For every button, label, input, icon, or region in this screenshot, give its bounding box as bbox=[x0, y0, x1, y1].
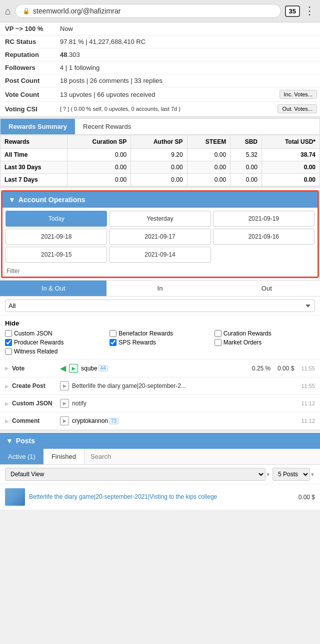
rewards-7-author: 0.00 bbox=[131, 174, 187, 186]
date-sep16-button[interactable]: 2021-09-16 bbox=[213, 229, 314, 245]
rewards-all-time-author: 9.20 bbox=[131, 149, 187, 161]
date-sep14-button[interactable]: 2021-09-14 bbox=[109, 247, 210, 263]
rewards-30-curation: 0.00 bbox=[68, 161, 131, 174]
hide-label: Hide bbox=[5, 320, 315, 327]
home-icon[interactable]: ⌂ bbox=[5, 5, 11, 17]
rewards-7-curation: 0.00 bbox=[68, 174, 131, 186]
hide-custom-json-item[interactable]: Custom JSON bbox=[5, 330, 106, 337]
hide-curation-rewards-label: Curation Rewards bbox=[224, 330, 272, 337]
rewards-30-steem: 0.00 bbox=[187, 161, 230, 174]
posts-active-tab[interactable]: Active (1) bbox=[0, 449, 44, 464]
followers-row: Followers 4 | 1 following bbox=[0, 61, 320, 74]
post-value: 0.00 $ bbox=[298, 494, 315, 501]
vote-user: sqube 44 bbox=[81, 365, 108, 372]
hide-market-orders-checkbox[interactable] bbox=[214, 339, 222, 346]
create-post-time: 11:55 bbox=[301, 383, 315, 389]
date-yesterday-button[interactable]: Yesterday bbox=[109, 211, 210, 227]
rc-label: RC Status bbox=[0, 35, 55, 48]
rewards-summary-tab[interactable]: Rewards Summary bbox=[0, 119, 75, 134]
rewards-col-total: Total USD* bbox=[262, 135, 320, 149]
hide-market-orders-item[interactable]: Market Orders bbox=[214, 339, 315, 346]
post-count-row: Post Count 18 posts | 26 comments | 33 r… bbox=[0, 74, 320, 87]
posts-section: ▼ Posts Active (1) Finished Default View… bbox=[0, 433, 320, 510]
voting-csi-row: Voting CSI [ ? ] ( 0.00 % self, 0 upvote… bbox=[0, 102, 320, 116]
tab-out-button[interactable]: Out bbox=[214, 281, 320, 296]
lock-icon: 🔒 bbox=[22, 7, 30, 14]
vote-green-triangle-icon: ◀ bbox=[60, 363, 66, 373]
recent-rewards-tab[interactable]: Recent Rewards bbox=[75, 119, 139, 134]
rewards-7-steem: 0.00 bbox=[187, 174, 230, 186]
triangle-icon: ▼ bbox=[8, 196, 16, 204]
hide-sps-rewards-checkbox[interactable] bbox=[110, 339, 116, 346]
date-sep18-button[interactable]: 2021-09-18 bbox=[6, 229, 107, 245]
hide-benefactor-rewards-label: Benefactor Rewards bbox=[118, 330, 173, 337]
hide-custom-json-label: Custom JSON bbox=[14, 330, 52, 337]
rewards-all-time-steem: 0.00 bbox=[187, 149, 230, 161]
followers-label: Followers bbox=[0, 61, 55, 74]
rc-row: RC Status 97.81 % | 41,227,688,410 RC bbox=[0, 35, 320, 48]
rewards-30-label: Last 30 Days bbox=[0, 161, 68, 174]
create-post-expand-arrow[interactable]: ▶ bbox=[5, 383, 9, 389]
hide-curation-rewards-item[interactable]: Curation Rewards bbox=[214, 330, 315, 337]
date-sep15-button[interactable]: 2021-09-15 bbox=[6, 247, 107, 263]
post-count-label: Post Count bbox=[0, 74, 55, 87]
checkbox-grid: Custom JSON Benefactor Rewards Curation … bbox=[5, 330, 315, 355]
reputation-rest: .303 bbox=[67, 51, 80, 58]
reputation-label: Reputation bbox=[0, 48, 55, 61]
operation-vote-row: ▶ Vote ◀ ▶ sqube 44 0.25 % 0.00 $ 11:55 bbox=[0, 359, 320, 377]
rewards-30-days-row: Last 30 Days 0.00 0.00 0.00 0.00 0.00 bbox=[0, 161, 320, 174]
url-text: steemworld.org/@hafizimrar bbox=[33, 7, 120, 15]
date-today-button[interactable]: Today bbox=[6, 211, 107, 227]
custom-json-time: 11:12 bbox=[301, 400, 315, 406]
hide-benefactor-rewards-checkbox[interactable] bbox=[110, 330, 116, 337]
inc-votes-button[interactable]: Inc. Votes... bbox=[280, 90, 317, 99]
hide-witness-related-checkbox[interactable] bbox=[5, 348, 12, 355]
posts-triangle-icon: ▼ bbox=[6, 437, 13, 445]
post-title[interactable]: Betterlife the diary game|20-september-2… bbox=[29, 493, 294, 501]
vote-amount: 0.25 % bbox=[252, 365, 270, 372]
hide-custom-json-checkbox[interactable] bbox=[5, 330, 12, 337]
date-sep17-button[interactable]: 2021-09-17 bbox=[109, 229, 210, 245]
out-votes-button[interactable]: Out. Votes... bbox=[278, 104, 317, 113]
post-item: Betterlife the diary game|20-september-2… bbox=[0, 484, 320, 510]
posts-finished-tab[interactable]: Finished bbox=[44, 449, 84, 464]
operations-list: ▶ Vote ◀ ▶ sqube 44 0.25 % 0.00 $ 11:55 … bbox=[0, 359, 320, 430]
hide-market-orders-label: Market Orders bbox=[224, 339, 262, 346]
posts-view-select[interactable]: Default View bbox=[5, 468, 266, 481]
custom-json-icon: ▶ bbox=[60, 399, 69, 408]
in-out-tab-row: In & Out In Out bbox=[0, 280, 320, 297]
comment-expand-arrow[interactable]: ▶ bbox=[5, 418, 9, 424]
custom-json-expand-arrow[interactable]: ▶ bbox=[5, 401, 9, 406]
date-sep19-button[interactable]: 2021-09-19 bbox=[213, 211, 314, 227]
posts-search-input[interactable] bbox=[84, 449, 320, 464]
menu-dots-icon[interactable]: ⋮ bbox=[304, 4, 315, 17]
posts-count-select[interactable]: 5 Posts bbox=[272, 468, 310, 481]
tab-count[interactable]: 35 bbox=[285, 5, 300, 17]
tab-in-out-button[interactable]: In & Out bbox=[0, 281, 106, 296]
vote-icon: ▶ bbox=[69, 364, 78, 373]
vote-expand-arrow[interactable]: ▶ bbox=[5, 365, 9, 371]
vote-value: 0.00 $ bbox=[278, 365, 294, 372]
url-bar[interactable]: 🔒 steemworld.org/@hafizimrar bbox=[15, 4, 280, 18]
voting-csi-label: Voting CSI bbox=[0, 102, 55, 116]
stats-table: VP ~> 100 % Now RC Status 97.81 % | 41,2… bbox=[0, 22, 320, 116]
custom-json-type-label: Custom JSON bbox=[12, 400, 57, 407]
rewards-all-time-sbd: 5.32 bbox=[230, 149, 262, 161]
tab-in-button[interactable]: In bbox=[106, 281, 213, 296]
hide-producer-rewards-item[interactable]: Producer Rewards bbox=[5, 339, 106, 346]
hide-producer-rewards-checkbox[interactable] bbox=[5, 339, 12, 346]
account-operations-title: Account Operations bbox=[18, 196, 86, 204]
hide-witness-related-item[interactable]: Witness Related bbox=[5, 348, 106, 355]
rewards-all-time-curation: 0.00 bbox=[68, 149, 131, 161]
filter-label: Filter bbox=[2, 266, 318, 277]
post-thumbnail-image bbox=[5, 488, 25, 506]
hide-sps-rewards-item[interactable]: SPS Rewards bbox=[110, 339, 210, 346]
hide-benefactor-rewards-item[interactable]: Benefactor Rewards bbox=[110, 330, 210, 337]
rewards-7-sbd: 0.00 bbox=[230, 174, 262, 186]
vote-count-label: Vote Count bbox=[0, 87, 55, 102]
hide-curation-rewards-checkbox[interactable] bbox=[214, 330, 222, 337]
operation-create-post-row: ▶ Create Post ▶ Betterlife the diary gam… bbox=[0, 377, 320, 395]
filter-select[interactable]: All bbox=[5, 300, 315, 312]
rewards-col-steem: STEEM bbox=[187, 135, 230, 149]
vote-type-label: Vote bbox=[12, 365, 57, 372]
